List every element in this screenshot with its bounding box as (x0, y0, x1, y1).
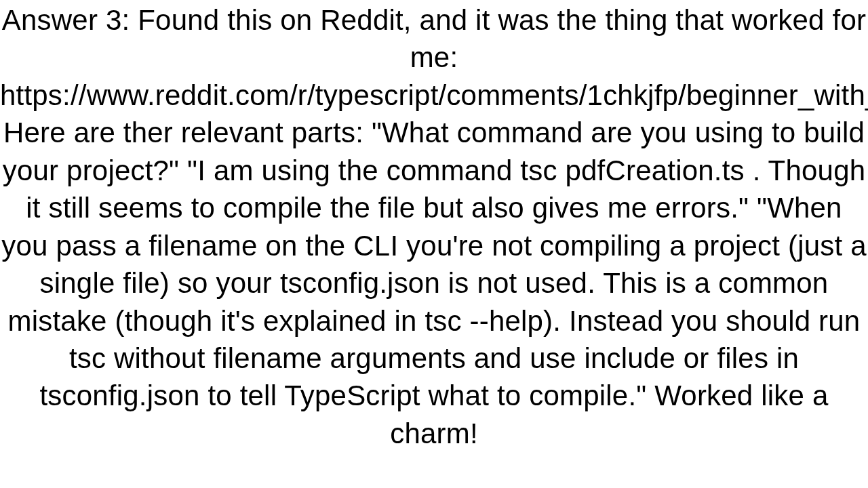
answer-block: Answer 3: Found this on Reddit, and it w… (0, 0, 868, 452)
answer-intro: Found this on Reddit, and it was the thi… (138, 4, 866, 73)
answer-bridge: Here are ther relevant parts: (3, 117, 363, 148)
answer-label: Answer 3: (2, 4, 130, 36)
answer-url: https://www.reddit.com/r/typescript/comm… (0, 79, 868, 111)
answer-quote-3: "When you pass a filename on the CLI you… (1, 192, 867, 411)
